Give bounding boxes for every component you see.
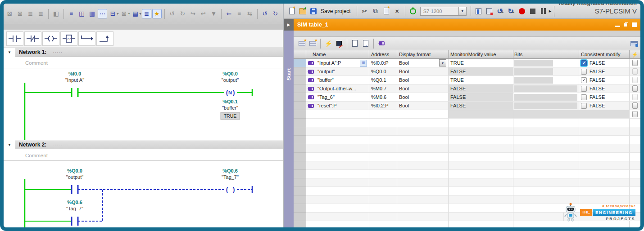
table-row-empty[interactable] (294, 187, 640, 195)
go-offline-icon[interactable]: ↻ (271, 9, 280, 18)
insert-network-icon[interactable]: ≣ (26, 9, 35, 18)
tag-name-cell[interactable]: "Tag_6" (306, 93, 369, 102)
row-header[interactable] (294, 84, 306, 93)
tag-name-cell[interactable]: "reset":P (306, 102, 369, 110)
go-online-icon[interactable]: ↺ (260, 9, 270, 18)
table-row-empty[interactable] (294, 178, 640, 187)
modify-enable-checkbox[interactable] (632, 85, 638, 92)
consistent-modify-cell[interactable]: FALSE (579, 59, 630, 67)
consistent-checkbox[interactable] (581, 103, 587, 109)
open-branch-button[interactable] (78, 31, 95, 46)
power-button[interactable] (408, 6, 418, 16)
row-header[interactable] (294, 59, 306, 67)
consistent-checkbox[interactable] (581, 69, 587, 75)
modify-enable-checkbox[interactable] (632, 77, 638, 83)
address-cell[interactable]: %I0.0:P (369, 59, 397, 67)
go-to-definition-icon[interactable]: ⇐ (224, 9, 234, 18)
consistent-modify-cell[interactable]: FALSE (579, 102, 630, 110)
split-editor-icon[interactable]: ▥ (87, 9, 97, 18)
consistency-check-icon[interactable]: ▼ (209, 9, 218, 18)
modify-enable-cell[interactable] (630, 84, 640, 93)
monitor-value-cell[interactable]: TRUE (449, 76, 513, 84)
bits-cell[interactable] (513, 76, 579, 84)
chevron-down-icon[interactable]: ▼ (439, 59, 446, 67)
modify-enable-cell[interactable] (630, 110, 640, 119)
monitor-value-cell[interactable] (449, 110, 513, 119)
bits-cell[interactable] (513, 102, 579, 110)
tag-name-cell[interactable]: "Input A":P ≣ (306, 59, 369, 67)
tag-name-cell[interactable]: "buffer" (306, 76, 369, 84)
sim-table-titlebar[interactable]: SIM table_1 (294, 19, 640, 31)
minimize-icon[interactable] (615, 26, 620, 27)
restore-icon[interactable] (624, 22, 628, 27)
modify-enable-cell[interactable] (630, 93, 640, 102)
download-button[interactable] (474, 6, 484, 16)
plus-minus-icon[interactable]: ± (128, 12, 130, 16)
new-project-button[interactable] (287, 6, 297, 16)
coil-name[interactable]: "output" (222, 77, 239, 83)
bits-cell[interactable] (513, 110, 579, 119)
address-cell[interactable]: %Q0.0 (369, 67, 397, 76)
maximize-icon[interactable] (632, 22, 637, 27)
format-cell[interactable]: Bool (397, 102, 449, 110)
edge-bit-address[interactable]: %Q0.1 (222, 99, 238, 104)
close-branch-button[interactable] (96, 31, 113, 46)
coil-name[interactable]: "Tag_7" (222, 174, 239, 180)
bits-cell[interactable] (513, 93, 579, 102)
comments-toggle-icon[interactable]: ⋯ (98, 9, 107, 18)
consistent-checkbox[interactable] (581, 94, 587, 100)
load-items-button[interactable]: → (350, 39, 360, 49)
consistent-modify-cell[interactable]: FALSE (579, 76, 630, 84)
consistent-modify-cell[interactable]: FALSE (579, 84, 630, 93)
table-row-empty[interactable] (294, 161, 640, 170)
table-layout-button[interactable] (630, 41, 638, 46)
table-row-empty[interactable] (294, 127, 640, 136)
keep-values-icon[interactable]: ◧ (51, 9, 61, 18)
coil-address[interactable]: %Q0.6 (222, 168, 238, 173)
close-all-networks-icon[interactable]: ◫ (77, 9, 86, 18)
consistent-modify-cell[interactable]: FALSE (579, 93, 630, 102)
coil-button[interactable] (42, 31, 59, 46)
row-header[interactable] (294, 102, 306, 110)
monitor-value-cell[interactable]: FALSE (449, 93, 513, 102)
open-all-networks-icon[interactable]: ≡ (67, 9, 76, 18)
network-1-header[interactable]: ▼ Network 1: ····· (4, 48, 283, 57)
contact-address[interactable]: %Q0.0 (67, 168, 82, 173)
new-sim-table-button[interactable] (297, 39, 307, 49)
contact-address[interactable]: %I0.0 (68, 71, 81, 76)
cpu-selector[interactable]: S7-1200 ▼ (420, 7, 467, 16)
modify-enable-checkbox[interactable] (632, 60, 638, 66)
modify-enable-checkbox[interactable] (632, 94, 638, 100)
collapse-triangle-icon[interactable]: ▼ (4, 143, 15, 147)
contact-address[interactable]: %Q0.6 (67, 200, 82, 205)
modify-enable-cell[interactable] (630, 76, 640, 84)
tag-name-cell[interactable] (306, 110, 369, 119)
cross-references-icon[interactable]: ⇆ (245, 9, 254, 18)
table-row-empty[interactable] (294, 170, 640, 178)
contact-name[interactable]: "Tag_7" (66, 206, 83, 211)
monitor-value-cell[interactable]: FALSE (449, 67, 513, 76)
disconnect-icon[interactable]: ⊠ (5, 9, 14, 18)
consistent-checkbox[interactable] (581, 60, 587, 66)
save-project-label[interactable]: Save project (321, 8, 351, 14)
network-2-header[interactable]: ▼ Network 2: ····· (4, 140, 283, 149)
row-header[interactable] (294, 67, 306, 76)
tag-name-cell[interactable]: "Output-other-w... (306, 84, 369, 93)
format-cell[interactable]: Bool ▼ (397, 59, 449, 67)
absolute-operands-icon[interactable]: ⊟ (108, 9, 118, 18)
modify-enable-checkbox[interactable] (632, 68, 638, 75)
row-header[interactable] (294, 110, 306, 119)
monitor-value-cell[interactable]: TRUE (449, 59, 513, 67)
modify-chip-button[interactable] (334, 39, 344, 49)
operand-representation-icon[interactable]: ⊠ (119, 9, 129, 18)
edge-bit-name[interactable]: "buffer" (222, 105, 238, 111)
modify-now-button[interactable]: ⚡ (323, 39, 333, 49)
plus-minus-icon[interactable]: ± (117, 12, 119, 16)
address-cell[interactable]: %M0.6 (369, 93, 397, 102)
update-block-calls-icon[interactable]: ↪ (188, 9, 198, 18)
modify-enable-cell[interactable] (630, 59, 640, 67)
insert-tag-button[interactable] (376, 39, 386, 49)
add-block-icon[interactable]: ≣ (36, 9, 45, 18)
empty-box-button[interactable]: ?? (60, 31, 77, 46)
stop-button[interactable] (528, 6, 538, 16)
